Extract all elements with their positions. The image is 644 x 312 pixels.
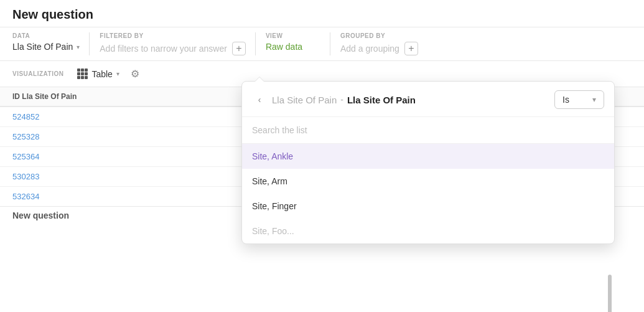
operator-label: Is: [562, 95, 569, 105]
breadcrumb-parent: Lla Site Of Pain: [272, 95, 337, 105]
dropdown-back-button[interactable]: ‹: [252, 92, 267, 107]
footer-new-question-label: New question: [12, 210, 69, 220]
search-container: [242, 117, 614, 144]
breadcrumb-separator: -: [340, 95, 343, 105]
data-label: DATA: [12, 32, 80, 39]
viz-chevron-icon: ▾: [116, 70, 119, 77]
data-chevron-icon: ▾: [77, 44, 80, 50]
list-item[interactable]: Site, Ankle: [242, 144, 614, 169]
viz-table-button[interactable]: Table ▾: [72, 66, 124, 82]
search-input[interactable]: [252, 125, 604, 135]
data-value-text: Lla Site Of Pain: [12, 42, 73, 52]
filter-placeholder-area: Add filters to narrow your answer +: [100, 42, 246, 55]
viz-table-label: Table: [91, 69, 112, 79]
table-icon-cell: [85, 76, 88, 79]
main-container: New question DATA Lla Site Of Pain ▾ FIL…: [0, 0, 644, 312]
view-value-text: Raw data: [266, 42, 302, 52]
page-header: New question: [0, 0, 644, 27]
scrollbar-thumb[interactable]: [608, 275, 612, 312]
view-value-btn[interactable]: Raw data: [266, 42, 320, 52]
toolbar-grouped-section: GROUPED BY Add a grouping +: [330, 27, 428, 60]
breadcrumb-current: Lla Site Of Pain: [347, 95, 416, 105]
table-icon-cell: [77, 69, 80, 72]
operator-chevron-icon: ▾: [592, 95, 596, 104]
table-icon-cell: [85, 69, 88, 72]
filter-dropdown: ‹ Lla Site Of Pain - Lla Site Of Pain Is…: [241, 81, 615, 244]
dropdown-list: Site, AnkleSite, ArmSite, FingerSite, Fo…: [242, 144, 614, 243]
toolbar-filter-section: FILTERED BY Add filters to narrow your a…: [90, 27, 256, 60]
add-filter-button[interactable]: +: [232, 42, 246, 55]
grouped-placeholder-area: Add a grouping +: [340, 42, 418, 55]
toolbar-data-section: DATA Lla Site Of Pain ▾: [12, 27, 90, 60]
back-icon: ‹: [258, 95, 261, 105]
list-item[interactable]: Site, Foo...: [242, 219, 614, 243]
list-item-label: Site, Ankle: [252, 151, 293, 161]
grouped-label: GROUPED BY: [340, 32, 418, 39]
operator-dropdown[interactable]: Is ▾: [554, 90, 604, 109]
table-icon-cell: [77, 76, 80, 79]
table-icon-cell: [81, 76, 84, 79]
viz-label: VISUALIZATION: [12, 70, 63, 77]
table-icon-cell: [81, 72, 84, 75]
settings-icon[interactable]: ⚙: [131, 68, 139, 80]
table-icon-cell: [81, 69, 84, 72]
view-label: VIEW: [266, 32, 320, 39]
dropdown-breadcrumb: Lla Site Of Pain - Lla Site Of Pain: [272, 95, 549, 105]
table-icon: [77, 69, 88, 79]
page-title: New question: [12, 7, 632, 22]
dropdown-header: ‹ Lla Site Of Pain - Lla Site Of Pain Is…: [242, 82, 614, 117]
filter-placeholder-text: Add filters to narrow your answer: [100, 44, 227, 54]
toolbar-view-section: VIEW Raw data: [256, 27, 330, 60]
data-value-btn[interactable]: Lla Site Of Pain ▾: [12, 42, 80, 52]
table-icon-cell: [77, 72, 80, 75]
toolbar: DATA Lla Site Of Pain ▾ FILTERED BY Add …: [0, 27, 644, 61]
grouped-placeholder-text: Add a grouping: [340, 44, 399, 54]
add-grouping-button[interactable]: +: [404, 42, 418, 55]
list-item[interactable]: Site, Arm: [242, 169, 614, 194]
filter-label: FILTERED BY: [100, 32, 246, 39]
list-item[interactable]: Site, Finger: [242, 194, 614, 219]
list-item-label: Site, Foo...: [252, 226, 294, 236]
list-item-label: Site, Finger: [252, 201, 297, 211]
list-item-label: Site, Arm: [252, 176, 287, 186]
table-icon-cell: [85, 72, 88, 75]
